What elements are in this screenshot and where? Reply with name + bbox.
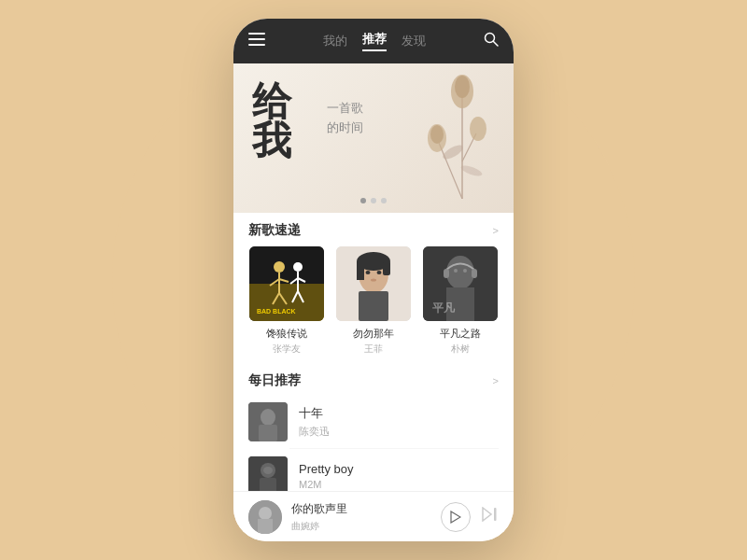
new-songs-more[interactable]: > [493,225,499,236]
song-thumb-1 [248,402,288,441]
album-cover-1: BAD BLACK [249,246,324,321]
dot-3 [381,198,387,203]
svg-point-55 [259,507,272,520]
svg-point-53 [263,467,273,474]
new-songs-header: 新歌速递 > [248,213,499,246]
new-songs-title: 新歌速递 [248,222,301,239]
svg-rect-2 [248,44,265,46]
album-item-2[interactable]: 勿勿那年 王菲 [335,246,413,356]
player-text: 你的歌声里 曲婉婷 [291,501,347,533]
album-cover-2 [336,246,411,321]
tab-mine[interactable]: 我的 [323,33,347,49]
play-button[interactable] [441,502,471,532]
song-title-2: Pretty boy [299,462,499,476]
banner-dots [360,198,387,203]
svg-point-40 [446,256,474,289]
svg-point-48 [261,409,275,426]
banner-flower-illustration [411,68,504,199]
svg-rect-1 [248,38,265,40]
svg-rect-0 [248,33,265,35]
svg-point-17 [274,261,285,273]
player-info: 你的歌声里 曲婉婷 [248,500,431,534]
player-song-title: 你的歌声里 [291,501,347,517]
album-name-2: 勿勿那年 [335,327,413,341]
album-name-1: 馋狼传说 [248,327,326,341]
player-bar: 你的歌声里 曲婉婷 [233,491,514,541]
daily-title: 每日推荐 [248,372,301,389]
svg-point-11 [430,125,444,144]
svg-rect-34 [357,261,364,280]
svg-rect-49 [259,425,277,441]
svg-rect-46 [472,269,477,278]
svg-point-36 [366,271,371,274]
nav-tabs: 我的 推荐 发现 [323,31,426,51]
album-artist-3: 朴树 [421,343,499,356]
svg-text:平凡: 平凡 [432,301,456,315]
header: 我的 推荐 发现 [233,19,514,63]
svg-point-37 [377,271,382,274]
albums-row: BAD BLACK 馋狼传说 张学友 [248,246,499,365]
svg-rect-32 [359,291,388,321]
daily-more[interactable]: > [493,375,499,386]
song-info-1: 十年 陈奕迅 [299,405,499,439]
album-item-1[interactable]: BAD BLACK 馋狼传说 张学友 [248,246,326,356]
song-title-1: 十年 [299,405,499,422]
banner-subtitle: 一首歌 的时间 [327,99,363,138]
svg-point-38 [371,279,376,282]
svg-text:BAD BLACK: BAD BLACK [257,308,296,315]
banner-char2: 我 [252,121,291,161]
svg-point-12 [470,117,486,141]
song-artist-1: 陈奕迅 [299,425,499,439]
album-cover-3: 平凡 [423,246,498,321]
dot-1 [360,198,366,203]
svg-line-4 [494,42,499,47]
dot-2 [371,198,376,203]
banner: 给 我 一首歌 的时间 [233,63,514,213]
svg-point-9 [455,76,470,98]
svg-rect-35 [383,261,390,275]
song-thumb-2 [248,456,288,496]
search-icon[interactable] [484,32,499,50]
player-controls [441,502,499,532]
album-artist-1: 张学友 [248,343,326,356]
phone-frame: 我的 推荐 发现 给 我 一首歌 的时间 [233,19,514,541]
menu-icon[interactable] [248,33,265,49]
new-songs-section: 新歌速递 > [233,213,514,365]
svg-rect-45 [444,269,449,278]
song-artist-2: M2M [299,479,499,490]
svg-point-43 [463,269,467,273]
svg-rect-57 [494,508,497,521]
tab-discover[interactable]: 发现 [402,33,426,49]
svg-point-42 [454,269,458,273]
song-info-2: Pretty boy M2M [299,462,499,490]
player-song-artist: 曲婉婷 [291,520,347,533]
next-button[interactable] [482,507,499,526]
svg-point-14 [459,163,483,178]
player-thumb [248,500,282,534]
album-item-3[interactable]: 平凡 平凡之路 朴树 [421,246,499,356]
svg-point-23 [293,262,303,272]
song-item-1[interactable]: 十年 陈奕迅 [233,395,514,449]
daily-header: 每日推荐 > [233,365,514,395]
album-name-3: 平凡之路 [421,327,499,341]
banner-char1: 给 [252,82,291,121]
svg-rect-16 [249,284,324,321]
album-artist-2: 王菲 [335,343,413,356]
banner-text: 给 我 [252,82,291,161]
svg-rect-56 [258,519,273,534]
tab-recommend[interactable]: 推荐 [362,31,387,51]
